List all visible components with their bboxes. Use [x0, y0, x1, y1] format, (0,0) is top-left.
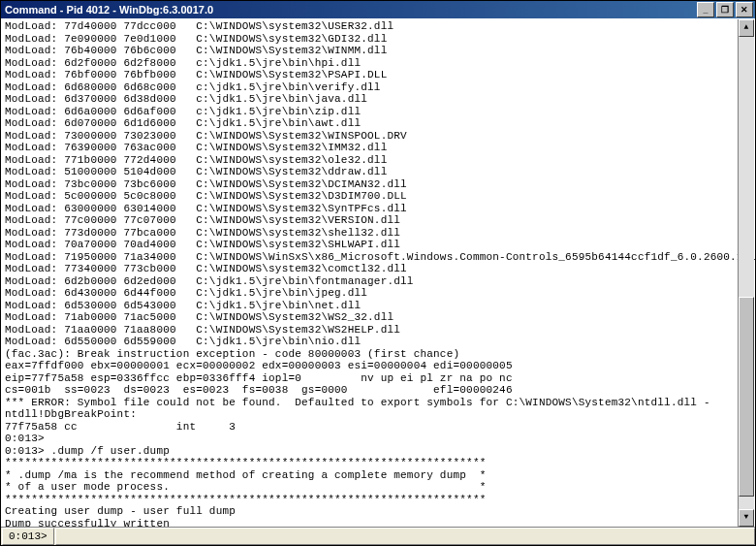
- console-line: eip=77f75a58 esp=0336ffcc ebp=0336fff4 i…: [5, 372, 751, 385]
- console-line: (fac.3ac): Break instruction exception -…: [5, 348, 751, 361]
- console-line: ModLoad: 7e090000 7e0d1000 C:\WINDOWS\sy…: [5, 33, 751, 46]
- window-title: Command - Pid 4012 - WinDbg:6.3.0017.0: [5, 4, 697, 16]
- titlebar[interactable]: Command - Pid 4012 - WinDbg:6.3.0017.0 _…: [1, 1, 755, 18]
- vertical-scrollbar[interactable]: ▲ ▼: [738, 19, 754, 527]
- console-line: ntdll!DbgBreakPoint:: [5, 408, 751, 421]
- console-line: ModLoad: 76bf0000 76bfb000 C:\WINDOWS\Sy…: [5, 69, 751, 81]
- console-line: ModLoad: 6d070000 6d1d6000 C:\jdk1.5\jre…: [5, 117, 751, 130]
- console-line: ModLoad: 771b0000 772d4000 C:\WINDOWS\sy…: [5, 154, 751, 167]
- scroll-down-button[interactable]: ▼: [739, 509, 754, 527]
- scroll-track[interactable]: [739, 37, 754, 509]
- console-line: ModLoad: 76390000 763ac000 C:\WINDOWS\Sy…: [5, 142, 751, 154]
- console-line: * .dump /ma is the recommend method of c…: [5, 469, 751, 482]
- console-line: ModLoad: 76b40000 76b6c000 C:\WINDOWS\Sy…: [5, 45, 751, 57]
- console-line: ModLoad: 6d530000 6d543000 C:\jdk1.5\jre…: [5, 300, 751, 312]
- console-line: ModLoad: 6d2b0000 6d2ed000 C:\jdk1.5\jre…: [5, 275, 751, 288]
- statusbar: 0:013>: [1, 527, 755, 545]
- scroll-thumb[interactable]: [739, 297, 754, 498]
- console-line: ****************************************…: [5, 457, 751, 469]
- console-line: ModLoad: 6d2f0000 6d2f8000 c:\jdk1.5\jre…: [5, 57, 751, 70]
- console-line: ModLoad: 6d430000 6d44f000 C:\jdk1.5\jre…: [5, 287, 751, 300]
- console-line: ****************************************…: [5, 494, 751, 506]
- status-prompt: 0:013>: [2, 528, 54, 545]
- console-line: cs=001b ss=0023 ds=0023 es=0023 fs=0038 …: [5, 384, 751, 397]
- console-line: ModLoad: 73bc0000 73bc6000 C:\WINDOWS\Sy…: [5, 178, 751, 191]
- scroll-up-button[interactable]: ▲: [739, 19, 754, 37]
- console-line: ModLoad: 70a70000 70ad4000 C:\WINDOWS\sy…: [5, 239, 751, 251]
- console-line: *** ERROR: Symbol file could not be foun…: [5, 397, 751, 409]
- console-line: ModLoad: 71aa0000 71aa8000 C:\WINDOWS\Sy…: [5, 324, 751, 337]
- console-line: ModLoad: 5c000000 5c0c8000 C:\WINDOWS\Sy…: [5, 190, 751, 203]
- console-line: Creating user dump - user full dump: [5, 505, 751, 518]
- close-button[interactable]: ✕: [736, 2, 753, 17]
- console-line: 0:013>: [5, 433, 751, 445]
- console-line: * of a user mode process. *: [5, 481, 751, 494]
- console-line: ModLoad: 6d550000 6d559000 C:\jdk1.5\jre…: [5, 336, 751, 348]
- console-line: ModLoad: 71ab0000 71ac5000 C:\WINDOWS\Sy…: [5, 311, 751, 324]
- console-line: ModLoad: 63000000 63014000 C:\WINDOWS\Sy…: [5, 203, 751, 215]
- window-controls: _ ❐ ✕: [697, 2, 753, 17]
- console-line: 77f75a58 cc int 3: [5, 421, 751, 434]
- console-line: ModLoad: 77c00000 77c07000 C:\WINDOWS\sy…: [5, 214, 751, 227]
- console-line: ModLoad: 77d40000 77dcc000 C:\WINDOWS\sy…: [5, 20, 751, 33]
- console-line: Dump successfully written: [5, 518, 751, 528]
- console-line: 0:013> .dump /f user.dump: [5, 445, 751, 458]
- console-line: ModLoad: 51000000 5104d000 C:\WINDOWS\Sy…: [5, 166, 751, 178]
- console-line: ModLoad: 71950000 71a34000 C:\WINDOWS\Wi…: [5, 251, 751, 264]
- minimize-button[interactable]: _: [697, 2, 714, 17]
- console-line: ModLoad: 73000000 73023000 C:\WINDOWS\Sy…: [5, 130, 751, 143]
- status-empty-panel: [55, 528, 755, 545]
- console-line: ModLoad: 773d0000 77bca000 C:\WINDOWS\sy…: [5, 227, 751, 240]
- console-line: eax=7ffdf000 ebx=00000001 ecx=00000002 e…: [5, 360, 751, 372]
- console-output[interactable]: ModLoad: 77d40000 77dcc000 C:\WINDOWS\sy…: [1, 18, 755, 527]
- maximize-button[interactable]: ❐: [716, 2, 734, 17]
- console-line: ModLoad: 6d680000 6d68c000 c:\jdk1.5\jre…: [5, 81, 751, 94]
- console-line: ModLoad: 6d6a0000 6d6af000 c:\jdk1.5\jre…: [5, 106, 751, 118]
- windbg-command-window: Command - Pid 4012 - WinDbg:6.3.0017.0 _…: [0, 0, 756, 546]
- console-line: ModLoad: 77340000 773cb000 C:\WINDOWS\sy…: [5, 263, 751, 275]
- console-line: ModLoad: 6d370000 6d38d000 c:\jdk1.5\jre…: [5, 93, 751, 106]
